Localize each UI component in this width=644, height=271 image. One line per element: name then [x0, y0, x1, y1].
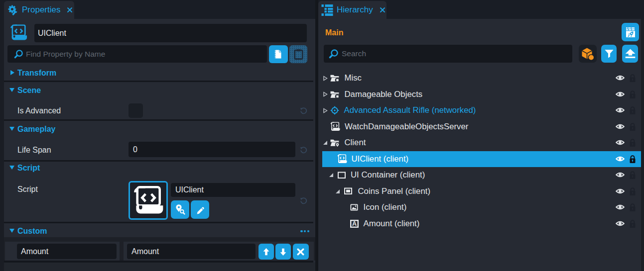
svg-text:A: A	[352, 220, 356, 227]
